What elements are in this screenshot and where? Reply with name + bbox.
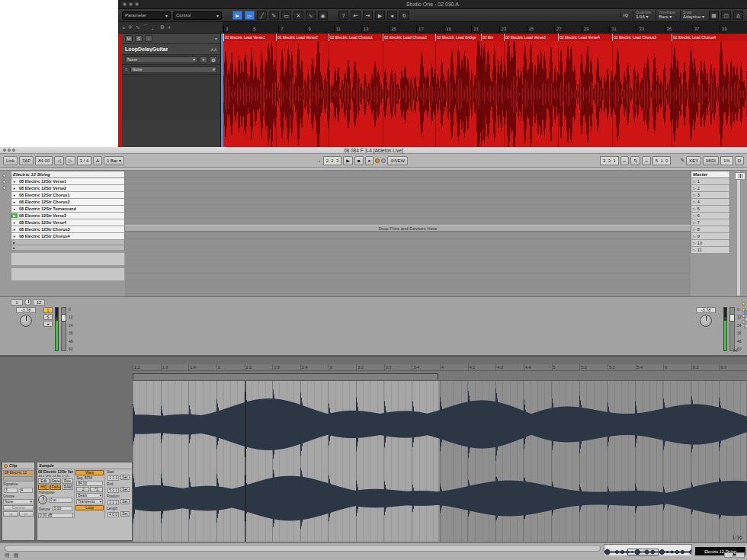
control-dropdown[interactable]: Control▾ bbox=[173, 11, 222, 20]
chevron-down-icon[interactable]: ▾ bbox=[215, 36, 217, 41]
audio-clip-label[interactable]: 02 Electric Lead Chorus2 bbox=[383, 34, 435, 41]
wrench-icon[interactable]: ✛ bbox=[128, 24, 133, 30]
clip-name-strip[interactable]: 02 Electric Lead Verse102 Electric Lead … bbox=[223, 34, 747, 41]
length-set-button[interactable]: Set bbox=[120, 511, 130, 517]
scene-play-icon[interactable]: ▷ bbox=[693, 193, 696, 197]
insert-b-select[interactable]: None▾ bbox=[130, 66, 217, 73]
save-button[interactable]: Save bbox=[50, 478, 62, 484]
preview-button[interactable] bbox=[744, 324, 747, 328]
loop-brace[interactable] bbox=[133, 373, 438, 379]
groove-select[interactable]: None▾ bbox=[3, 499, 34, 504]
mute-tool-button[interactable]: ✕ bbox=[293, 11, 303, 20]
metronome-button[interactable]: ∆ bbox=[733, 11, 743, 20]
gear-icon[interactable]: ⚙ bbox=[160, 24, 165, 30]
window-controls[interactable] bbox=[3, 149, 15, 152]
ableton-titlebar[interactable]: 08 084 F 3-4 [Ableton Live] bbox=[0, 147, 747, 154]
session-clip-slot[interactable]: ▸08 Electric 12Str Verse1 bbox=[11, 178, 125, 185]
signature-denominator[interactable]: 4 bbox=[20, 488, 34, 493]
audio-clip-label[interactable]: 02 Electric Lead Bridge bbox=[435, 34, 481, 41]
loop-start-field[interactable]: 3. 3. 1 bbox=[600, 156, 619, 165]
scene-slot[interactable]: ▷2 bbox=[691, 185, 730, 192]
clip-play-icon[interactable]: ▸ bbox=[11, 200, 18, 204]
nudge-down-button[interactable]: ◁ bbox=[54, 156, 64, 165]
record-button[interactable]: ● bbox=[365, 156, 374, 165]
session-clip-slot[interactable]: ▸08 Electric 12Str Chorus1 bbox=[11, 192, 125, 199]
clip-play-icon[interactable]: ▸ bbox=[11, 206, 18, 211]
nudge-up-button[interactable]: ▷ bbox=[66, 156, 75, 165]
scene-play-icon[interactable]: ▷ bbox=[693, 200, 696, 204]
session-clip-slot[interactable]: ▸08 Electric 12Str Verse2 bbox=[11, 185, 125, 192]
arrangement-overview[interactable] bbox=[604, 544, 692, 552]
loop-length-field[interactable]: 5. 1. 0 bbox=[652, 156, 672, 165]
key-map-button[interactable]: KEY bbox=[686, 156, 701, 165]
insert-a-select[interactable]: None▾ bbox=[125, 56, 197, 63]
link-button[interactable]: Link bbox=[3, 156, 18, 165]
clip-play-icon[interactable]: ▸ bbox=[11, 186, 18, 190]
loop-strip[interactable] bbox=[133, 371, 747, 381]
follow-button[interactable]: → bbox=[316, 158, 322, 163]
iq-toggle[interactable]: IQ bbox=[620, 13, 630, 18]
scene-slot[interactable]: ▷8 bbox=[691, 226, 730, 233]
nudge-forward-button[interactable]: ▷ bbox=[19, 511, 34, 517]
studio-one-waveform[interactable] bbox=[223, 41, 747, 147]
loop-button[interactable]: Loop bbox=[75, 505, 104, 510]
mixer-section-toggle[interactable] bbox=[742, 302, 745, 306]
track-activator-button[interactable]: 1 bbox=[43, 307, 53, 313]
audio-clip-label[interactable]: 02 Electric Lead Verse1 bbox=[223, 34, 276, 41]
play-button[interactable]: ▶ bbox=[343, 156, 353, 165]
master-title[interactable]: Master bbox=[691, 171, 730, 178]
audio-clip-label[interactable]: 02 Electric Lead Chorus4 bbox=[672, 34, 747, 41]
master-volume-field[interactable]: -3.78 bbox=[696, 307, 716, 313]
edit-button[interactable]: Edit bbox=[38, 478, 50, 484]
transpose-value[interactable]: 0 st bbox=[49, 498, 72, 503]
audio-clip-label[interactable]: 02 Electric Lead Verse2 bbox=[276, 34, 329, 41]
commit-button[interactable]: Commit bbox=[3, 505, 34, 510]
solo-button[interactable]: S bbox=[43, 314, 53, 320]
clip-play-icon[interactable]: ▸ bbox=[11, 193, 18, 197]
audio-clip-label[interactable]: 02 Electric Lead Verse4 bbox=[558, 34, 612, 41]
re-enable-automation-button[interactable] bbox=[381, 158, 386, 163]
time-signature-field[interactable]: 3 / 4 bbox=[77, 156, 92, 165]
timeline-ruler[interactable]: 3579111315171921232527293133353739 bbox=[223, 22, 747, 33]
clip-gain-field[interactable]: 0.00 dB bbox=[38, 513, 73, 518]
return-to-start-button[interactable]: ⇤ bbox=[351, 11, 361, 20]
end-set-button[interactable]: Set bbox=[120, 487, 130, 492]
draw-mode-icon[interactable]: ✎ bbox=[680, 158, 684, 164]
clip-launch-field[interactable] bbox=[3, 476, 34, 482]
add-insert-icon[interactable]: + bbox=[200, 56, 207, 63]
curve-icon[interactable]: ⌒ bbox=[143, 24, 149, 31]
bend-tool-button[interactable]: ∿ bbox=[306, 11, 316, 20]
audio-clip-label[interactable]: 02 Electric Lead Verse3 bbox=[504, 34, 558, 41]
master-volume-fader[interactable] bbox=[729, 307, 735, 351]
scene-play-icon[interactable]: ▷ bbox=[693, 227, 696, 232]
minimize-icon[interactable] bbox=[129, 2, 133, 6]
gear-icon[interactable]: ⚙ bbox=[210, 56, 217, 63]
metronome-button[interactable]: ∆ bbox=[93, 156, 102, 165]
half-tempo-button[interactable]: :2 bbox=[76, 487, 89, 492]
volume-fader[interactable] bbox=[61, 307, 66, 351]
show-device-view-button[interactable] bbox=[736, 552, 745, 558]
scene-play-icon[interactable]: ▷ bbox=[693, 248, 696, 252]
listen-tool-button[interactable]: ◉ bbox=[318, 11, 328, 20]
scene-play-icon[interactable]: ▷ bbox=[693, 234, 696, 238]
play-button[interactable]: ▶ bbox=[375, 11, 385, 20]
punch-out-button[interactable]: ¬ bbox=[642, 156, 651, 165]
mixer-section-toggle[interactable] bbox=[742, 314, 745, 318]
punch-in-button[interactable]: ⌐ bbox=[620, 156, 630, 165]
loop-button[interactable]: ↻ bbox=[399, 11, 409, 20]
zoom-icon[interactable] bbox=[135, 2, 139, 6]
scene-slot[interactable]: ▷4 bbox=[691, 199, 730, 206]
detune-value[interactable]: 0.00 bbox=[53, 506, 72, 511]
solo-button[interactable]: S bbox=[135, 35, 143, 42]
quantize-selector[interactable]: Quantize1/16 ▾ bbox=[633, 11, 653, 20]
help-button[interactable]: ? bbox=[338, 11, 348, 20]
window-controls[interactable] bbox=[123, 2, 139, 6]
fast-forward-button[interactable]: ⇥ bbox=[363, 11, 373, 20]
warp-button[interactable]: Warp bbox=[75, 470, 104, 475]
snap-selector[interactable]: SnapAdaptive ▾ bbox=[680, 11, 707, 20]
note-icon[interactable]: ♩ bbox=[152, 25, 157, 30]
fade-button[interactable]: Fade bbox=[50, 485, 62, 490]
session-clip-slot[interactable]: ▸08 Electric 12Str Chorus4 bbox=[11, 233, 125, 240]
clip-name-field[interactable]: 08 Electric 12 bbox=[3, 470, 34, 475]
automation-arm-button[interactable] bbox=[375, 158, 380, 163]
